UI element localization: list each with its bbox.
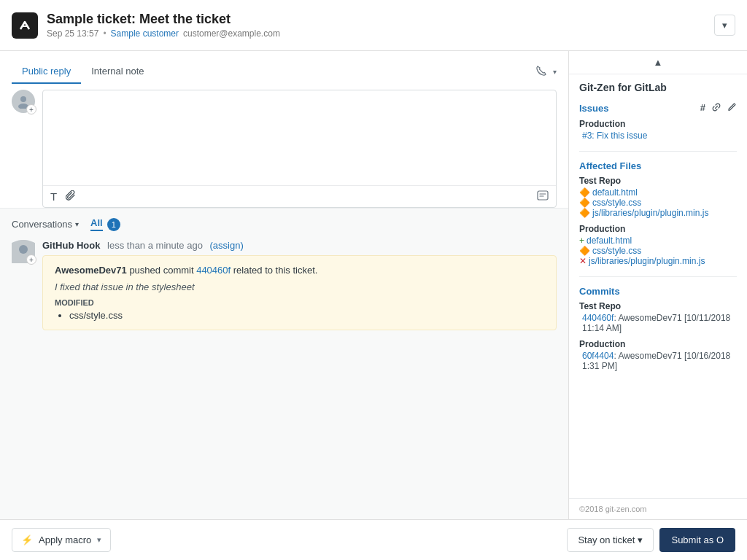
macro-chevron-icon: ▾ (97, 535, 101, 545)
event-assign-link[interactable]: (assign) (210, 240, 244, 251)
ticket-info: Sample ticket: Meet the ticket Sep 25 13… (47, 12, 280, 39)
phone-icon[interactable] (535, 65, 547, 79)
attachment-icon[interactable] (66, 190, 76, 203)
link-icon[interactable] (711, 102, 721, 114)
app-logo (12, 12, 38, 39)
divider-2 (579, 276, 737, 277)
ticket-title: Sample ticket: Meet the ticket (47, 12, 280, 27)
commits-label: Commits (579, 286, 620, 297)
apply-macro-label: Apply macro (39, 534, 91, 545)
conversations-label[interactable]: Conversations ▾ (12, 219, 79, 230)
affected-files-label: Affected Files (579, 160, 641, 171)
svg-point-1 (20, 96, 26, 102)
commit-suffix: related to this ticket. (233, 265, 318, 276)
text-format-icon[interactable]: T (50, 190, 57, 203)
event-time: less than a minute ago (107, 240, 203, 251)
footer: ⚡ Apply macro ▾ Stay on ticket ▾ Submit … (0, 519, 747, 560)
event-body: AwesomeDev71 pushed commit 440460f relat… (42, 255, 557, 330)
event-content: GitHub Hook less than a minute ago (assi… (42, 240, 557, 330)
tab-public-reply[interactable]: Public reply (12, 60, 81, 84)
sidebar-issues-section: Issues # Production (569, 98, 747, 151)
reply-section: Public reply Internal note ▾ + (0, 51, 568, 209)
stay-label: Stay on ticket (578, 534, 635, 545)
event-avatar-plus-icon: + (26, 254, 36, 265)
send-options-icon[interactable] (537, 190, 549, 203)
file-mod-icon: 🔶 (579, 187, 590, 198)
stay-on-ticket-button[interactable]: Stay on ticket ▾ (567, 528, 654, 552)
file-del-icon: ✕ (579, 256, 587, 266)
reply-tabs-left: Public reply Internal note (12, 60, 154, 84)
tab-all-badge: 1 (107, 218, 120, 231)
ticket-date: Sep 25 13:57 (47, 28, 98, 39)
sidebar-affected-files-section: Affected Files Test Repo 🔶 default.html … (569, 156, 747, 276)
reply-tabs: Public reply Internal note ▾ (12, 60, 557, 84)
file-mod-icon-2: 🔶 (579, 198, 590, 208)
sidebar-footer: ©2018 git-zen.com (569, 498, 747, 519)
af-prod-file-3-name: js/libraries/plugin/plugin.min.js (589, 256, 705, 266)
sidebar-af-production: Production + default.html 🔶 css/style.cs… (579, 224, 737, 266)
modified-label: MODIFIED (55, 298, 544, 307)
sidebar-issues-title: Issues # (579, 102, 737, 114)
commit-text: pushed commit (129, 265, 196, 276)
hash-icon[interactable]: # (700, 102, 705, 114)
af-prod-file-2[interactable]: 🔶 css/style.css (579, 246, 737, 256)
commit-hash-2[interactable]: 60f4404 (582, 351, 614, 361)
event-actor: GitHub Hook (42, 240, 100, 251)
header-chevron-button[interactable]: ▾ (714, 15, 735, 36)
svg-point-5 (19, 245, 28, 254)
edit-icon[interactable] (727, 102, 737, 114)
avatar-plus-icon: + (26, 104, 36, 114)
submit-button[interactable]: Submit as O (659, 528, 735, 552)
editor-toolbar: T (43, 185, 556, 207)
sidebar-collapse-button[interactable]: ▲ (569, 51, 747, 74)
meta-dot: • (103, 28, 106, 39)
reply-editor-wrapper: + T (12, 84, 557, 208)
af-file-1[interactable]: 🔶 default.html (579, 187, 737, 198)
collapse-icon: ▲ (654, 57, 663, 68)
commits-test-repo-title: Test Repo (579, 301, 737, 311)
commit-item-1: 440460f: AwesomeDev71 [10/11/2018 11:14 … (579, 313, 737, 333)
stay-chevron-icon: ▾ (638, 534, 643, 545)
modified-file-item: css/style.css (69, 310, 544, 321)
footer-right: Stay on ticket ▾ Submit as O (567, 528, 735, 552)
af-prod-file-1-name: default.html (587, 236, 632, 246)
svg-rect-3 (538, 191, 548, 200)
tab-internal-note[interactable]: Internal note (81, 60, 154, 84)
sidebar-affected-files-title: Affected Files (579, 160, 737, 171)
sidebar-commits-production: Production 60f4404: AwesomeDev71 [10/16/… (579, 339, 737, 371)
commit-user: AwesomeDev71 (55, 265, 127, 276)
sidebar-commits-title: Commits (579, 286, 737, 297)
reply-editor-container: T (42, 90, 557, 208)
commit-message-text: I fixed that issue in the stylesheet (55, 281, 195, 292)
file-mod-icon-3: 🔶 (579, 208, 590, 218)
apply-macro-button[interactable]: ⚡ Apply macro ▾ (12, 528, 111, 552)
commit-line: AwesomeDev71 pushed commit 440460f relat… (55, 265, 544, 276)
customer-email: customer@example.com (183, 28, 280, 39)
af-prod-file-3[interactable]: ✕ js/libraries/plugin/plugin.min.js (579, 256, 737, 266)
conversations-chevron-icon: ▾ (75, 220, 79, 228)
file-mod-icon-prod: 🔶 (579, 246, 590, 256)
sidebar-issues-production: Production #3: Fix this issue (579, 119, 737, 141)
af-prod-file-1[interactable]: + default.html (579, 236, 737, 246)
lightning-icon: ⚡ (21, 534, 33, 545)
sidebar-af-test-repo: Test Repo 🔶 default.html 🔶 css/style.css… (579, 176, 737, 218)
sidebar-commits-test-repo: Test Repo 440460f: AwesomeDev71 [10/11/2… (579, 301, 737, 333)
commit-hash-1[interactable]: 440460f (582, 313, 614, 323)
editor-toolbar-left: T (50, 190, 76, 203)
conversations-header: Conversations ▾ All 1 (12, 217, 557, 231)
customer-name-link[interactable]: Sample customer (111, 28, 179, 39)
sidebar-issues-icons: # (700, 102, 737, 114)
commit-hash-link[interactable]: 440460f (196, 265, 231, 276)
header-left: Sample ticket: Meet the ticket Sep 25 13… (12, 12, 280, 39)
commits-production-title: Production (579, 339, 737, 349)
divider-1 (579, 151, 737, 152)
af-file-3-name: js/libraries/plugin/plugin.min.js (592, 208, 708, 218)
reply-editor-body[interactable] (43, 90, 556, 185)
af-prod-file-2-name: css/style.css (592, 246, 641, 256)
af-file-1-name: default.html (592, 187, 638, 198)
conversations-section: Conversations ▾ All 1 + GitHub Hook le (0, 209, 568, 519)
tab-all-label[interactable]: All (90, 217, 103, 231)
af-file-3[interactable]: 🔶 js/libraries/plugin/plugin.min.js (579, 208, 737, 218)
af-file-2[interactable]: 🔶 css/style.css (579, 198, 737, 208)
issue-item[interactable]: #3: Fix this issue (579, 131, 737, 141)
